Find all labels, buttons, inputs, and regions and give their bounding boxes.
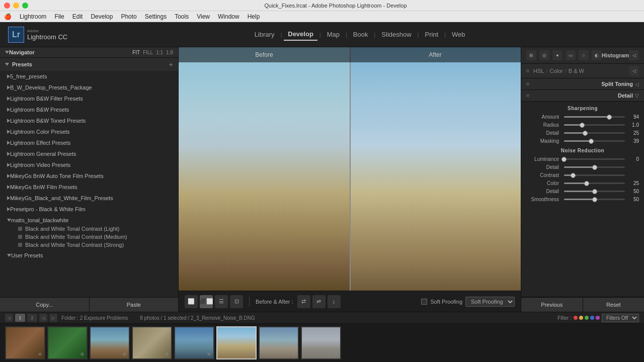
more-options-button[interactable]: ↕ xyxy=(328,295,341,308)
navigator-header[interactable]: Navigator FIT FILL 1:1 1:8 xyxy=(0,47,178,57)
nav-book[interactable]: Book xyxy=(349,29,372,40)
nav-develop[interactable]: Develop xyxy=(284,28,317,41)
tab-color[interactable]: Color xyxy=(549,68,562,74)
detail-slider[interactable] xyxy=(564,132,625,134)
nav-library[interactable]: Library xyxy=(251,29,279,40)
dot-green[interactable] xyxy=(585,316,589,320)
menu-view[interactable]: View xyxy=(197,13,210,20)
filmstrip-photo-5[interactable]: ⊞ xyxy=(174,326,214,359)
preset-group-header-13[interactable]: Presetpro - Black & White Film xyxy=(0,205,178,214)
split-toning-header[interactable]: Split Toning ◁ xyxy=(521,78,644,90)
filmstrip-photo-1[interactable]: ⊞ xyxy=(5,326,45,359)
nav-web[interactable]: Web xyxy=(448,29,469,40)
menu-develop[interactable]: Develop xyxy=(91,13,113,20)
preset-group-header-15[interactable]: User Presets xyxy=(0,251,178,260)
nav-fill[interactable]: FILL xyxy=(143,50,153,55)
nr-smoothness-slider[interactable] xyxy=(564,199,625,200)
preset-group-header-3[interactable]: Lightroom B&W Filter Presets xyxy=(0,94,178,103)
copy-button[interactable]: Copy... xyxy=(0,298,89,312)
soft-proofing-checkbox[interactable] xyxy=(421,299,427,305)
menu-settings[interactable]: Settings xyxy=(145,13,167,20)
detail-header[interactable]: Detail ▽ xyxy=(521,90,644,102)
nr-color-detail-slider[interactable] xyxy=(564,191,625,192)
add-preset-button[interactable]: + xyxy=(169,60,173,68)
filmstrip-nav-right-arrow[interactable]: ▷ xyxy=(49,314,57,322)
preset-group-header-2[interactable]: B_W_Develop_Presets_Package xyxy=(0,83,178,92)
menu-tools[interactable]: Tools xyxy=(175,13,189,20)
nav-slideshow[interactable]: Slideshow xyxy=(377,29,415,40)
nav-print[interactable]: Print xyxy=(421,29,442,40)
preset-group-header-7[interactable]: Lightroom Effect Presets xyxy=(0,138,178,147)
survey-view-icon[interactable]: ▭ xyxy=(566,50,576,60)
menu-photo[interactable]: Photo xyxy=(121,13,136,20)
zoom-icon[interactable]: ◐ xyxy=(592,50,602,60)
swap-before-after-button[interactable]: ⇄ xyxy=(297,295,310,308)
collapse-hsl-icon[interactable]: ◁ xyxy=(629,66,639,76)
preset-item-light[interactable]: Black and White Tonal Contrast (Light) xyxy=(0,225,178,233)
radius-slider[interactable] xyxy=(564,124,625,126)
dot-red[interactable] xyxy=(574,316,578,320)
minimize-button[interactable] xyxy=(13,3,19,9)
masking-thumb[interactable] xyxy=(589,139,594,144)
maximize-button[interactable] xyxy=(22,3,28,9)
preset-group-header-8[interactable]: Lightroom General Presets xyxy=(0,149,178,158)
preset-group-header-10[interactable]: MikeyGs BnW Auto Tone Film Presets xyxy=(0,171,178,180)
page-2[interactable]: 2 xyxy=(27,314,37,322)
paste-button[interactable]: Paste xyxy=(89,298,179,312)
detail-thumb[interactable] xyxy=(583,131,588,136)
nr-color-slider[interactable] xyxy=(564,183,625,184)
nr-color-thumb[interactable] xyxy=(584,181,589,186)
luminance-thumb[interactable] xyxy=(561,157,567,162)
detail-toggle[interactable] xyxy=(526,94,529,97)
split-divider[interactable] xyxy=(350,47,351,291)
presets-header[interactable]: Presets + xyxy=(0,57,178,71)
nr-detail-thumb[interactable] xyxy=(592,165,597,170)
nav-map[interactable]: Map xyxy=(323,29,344,40)
dot-yellow[interactable] xyxy=(579,316,583,320)
preset-group-header-14[interactable]: matts_tonal_blackwhite xyxy=(0,216,178,225)
menu-edit[interactable]: Edit xyxy=(72,13,83,20)
menu-file[interactable]: File xyxy=(54,13,64,20)
close-button[interactable] xyxy=(4,3,10,9)
preset-group-header-12[interactable]: MikeyGs_Black_and_White_Film_Presets xyxy=(0,194,178,203)
copy-settings-button[interactable]: ⇌ xyxy=(312,295,326,308)
preset-group-header-11[interactable]: MikeyGs BnW Film Presets xyxy=(0,183,178,192)
nr-detail-slider[interactable] xyxy=(564,166,625,168)
filmstrip-photo-6[interactable]: ⊞ xyxy=(216,326,257,359)
before-after-view-icon[interactable]: ◎ xyxy=(539,50,549,60)
before-after-side-icon[interactable]: ⬛⬜ xyxy=(200,295,213,308)
filmstrip-view-icon[interactable]: ○ xyxy=(579,50,589,60)
before-after-split-icon[interactable]: ⊡ xyxy=(230,295,243,308)
soft-proofing-dropdown[interactable]: Soft Proofing xyxy=(465,297,515,307)
preset-group-header-9[interactable]: Lightroom Video Presets xyxy=(0,160,178,169)
dot-purple[interactable] xyxy=(596,316,600,320)
filmstrip-photo-4[interactable]: ⊞ xyxy=(132,326,172,359)
preset-group-header-6[interactable]: Lightroom Color Presets xyxy=(0,127,178,136)
dot-blue[interactable] xyxy=(590,316,594,320)
filmstrip-photo-8[interactable]: ⊞ xyxy=(301,326,341,359)
luminance-slider[interactable] xyxy=(564,158,625,160)
tab-hsl[interactable]: HSL xyxy=(533,68,544,74)
nr-color-detail-thumb[interactable] xyxy=(592,189,597,194)
split-toning-toggle[interactable] xyxy=(526,82,529,85)
filmstrip-photo-3[interactable]: ⊞ xyxy=(90,326,130,359)
panel-toggle[interactable] xyxy=(526,69,529,72)
crop-icon[interactable]: ⬜ xyxy=(185,295,198,308)
page-1[interactable]: 1 xyxy=(15,314,25,322)
radius-thumb[interactable] xyxy=(580,123,585,128)
preset-item-strong[interactable]: Black and White Tonal Contrast (Strong) xyxy=(0,241,178,249)
filters-off-dropdown[interactable]: Filters Off xyxy=(602,314,639,322)
nav-1-1[interactable]: 1:1 xyxy=(156,50,163,55)
preset-group-header-1[interactable]: 5_free_presets xyxy=(0,72,178,81)
preset-group-header-5[interactable]: Lightroom B&W Toned Presets xyxy=(0,116,178,125)
menu-window[interactable]: Window xyxy=(218,13,239,20)
preset-group-header-4[interactable]: Lightroom B&W Presets xyxy=(0,105,178,114)
masking-slider[interactable] xyxy=(564,140,625,142)
filmstrip-nav-left[interactable]: ◁ xyxy=(5,314,13,322)
filmstrip-photo-7[interactable]: ⊞ xyxy=(259,326,299,359)
nr-contrast-slider[interactable] xyxy=(564,174,625,176)
filmstrip-photo-2[interactable]: ⊞ xyxy=(47,326,88,359)
previous-button[interactable]: Previous xyxy=(521,298,583,312)
menu-help[interactable]: Help xyxy=(248,13,260,20)
menu-lightroom[interactable]: Lightroom xyxy=(20,13,46,20)
